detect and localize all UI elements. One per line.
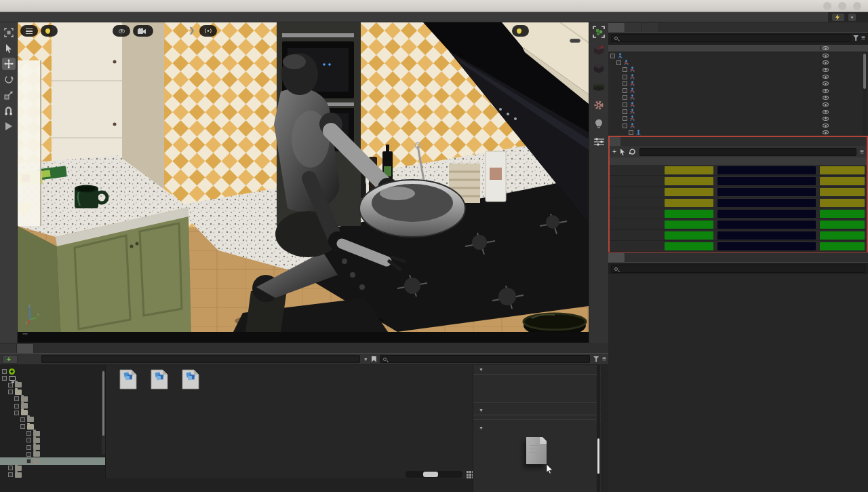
content-search-input[interactable] bbox=[380, 355, 590, 363]
upper-limit-value[interactable] bbox=[820, 210, 865, 218]
slider-handle[interactable] bbox=[423, 472, 438, 477]
set-lower-limit-button[interactable] bbox=[665, 177, 713, 185]
tab-console[interactable] bbox=[0, 344, 17, 353]
joint-position-slider[interactable] bbox=[717, 199, 816, 207]
joint-position-slider[interactable] bbox=[717, 210, 816, 218]
tab-stage[interactable] bbox=[608, 23, 625, 32]
content-path-field[interactable] bbox=[41, 355, 360, 363]
content-options-icon[interactable]: ≡ bbox=[602, 356, 606, 362]
stage-row[interactable] bbox=[608, 73, 868, 80]
eye-icon[interactable] bbox=[823, 124, 829, 128]
eye-icon[interactable] bbox=[823, 81, 829, 86]
lower-limit-value[interactable] bbox=[665, 242, 713, 250]
stage-row[interactable] bbox=[608, 80, 868, 87]
rotate-tool-icon[interactable] bbox=[2, 73, 16, 86]
tree-item[interactable] bbox=[0, 368, 105, 375]
lower-limit-value[interactable] bbox=[665, 221, 713, 229]
maximize-button[interactable] bbox=[838, 2, 846, 10]
tab-property[interactable] bbox=[608, 253, 625, 262]
stage-options-icon[interactable]: ≡ bbox=[861, 35, 865, 41]
stage-row[interactable] bbox=[608, 59, 868, 66]
upper-limit-value[interactable] bbox=[820, 242, 865, 250]
snap-tool-icon[interactable] bbox=[2, 105, 16, 117]
physics-inspector-tab[interactable] bbox=[610, 137, 620, 146]
stage-row[interactable] bbox=[608, 87, 868, 94]
set-lower-limit-button[interactable] bbox=[665, 199, 713, 207]
stage-row[interactable] bbox=[608, 67, 868, 73]
path-dropdown-caret[interactable]: ▼ bbox=[363, 357, 368, 362]
scale-tool-icon[interactable] bbox=[2, 89, 16, 101]
eye-icon[interactable] bbox=[823, 54, 829, 58]
render-settings-sliders-icon[interactable] bbox=[591, 135, 606, 149]
eye-icon[interactable] bbox=[823, 60, 829, 64]
tree-item[interactable] bbox=[0, 416, 105, 423]
close-button[interactable] bbox=[853, 2, 861, 10]
select-tool-icon[interactable] bbox=[2, 42, 16, 54]
stage-row[interactable] bbox=[608, 108, 868, 115]
joint-position-slider[interactable] bbox=[717, 188, 816, 196]
file-usd[interactable] bbox=[113, 369, 144, 390]
tab-render-settings[interactable] bbox=[642, 23, 659, 32]
cube-icon[interactable] bbox=[591, 62, 606, 75]
cube-error-icon[interactable] bbox=[591, 43, 606, 57]
upper-limit-value[interactable] bbox=[820, 231, 865, 240]
set-lower-limit-button[interactable] bbox=[665, 188, 713, 196]
stage-row[interactable] bbox=[608, 101, 868, 108]
minimize-button[interactable] bbox=[823, 2, 831, 10]
joint-position-slider[interactable] bbox=[717, 231, 816, 240]
physics-gear-icon[interactable] bbox=[591, 98, 606, 112]
cylinder-icon[interactable] bbox=[591, 80, 606, 94]
selection-set-icon[interactable] bbox=[591, 25, 606, 39]
play-button-icon[interactable] bbox=[2, 120, 16, 132]
usd-section-header[interactable]: ▼ bbox=[473, 365, 601, 375]
live-sync-button[interactable] bbox=[832, 14, 844, 21]
tab-content[interactable] bbox=[17, 344, 34, 353]
joint-position-slider[interactable] bbox=[717, 177, 816, 185]
tree-item[interactable] bbox=[0, 402, 105, 409]
eye-icon[interactable] bbox=[823, 130, 829, 134]
physics-signal-button[interactable] bbox=[199, 25, 217, 37]
tree-item[interactable] bbox=[0, 396, 105, 402]
upper-limit-value[interactable] bbox=[820, 221, 865, 229]
info-panel-scrollbar[interactable] bbox=[597, 365, 600, 492]
eye-icon[interactable] bbox=[823, 68, 829, 72]
physics-options-icon[interactable]: ≡ bbox=[860, 149, 864, 155]
joint-position-slider[interactable] bbox=[717, 221, 816, 229]
file-usd[interactable] bbox=[144, 369, 175, 390]
light-icon[interactable] bbox=[591, 117, 606, 130]
stage-lights-button[interactable] bbox=[512, 25, 529, 37]
stage-row[interactable] bbox=[608, 94, 868, 101]
eye-icon[interactable] bbox=[823, 96, 829, 100]
stage-row[interactable] bbox=[608, 115, 868, 122]
content-filter-icon[interactable] bbox=[593, 356, 599, 362]
set-upper-limit-button[interactable] bbox=[820, 166, 865, 174]
tree-item[interactable] bbox=[0, 430, 105, 437]
lower-limit-value[interactable] bbox=[665, 231, 713, 240]
renderer-selector[interactable] bbox=[41, 25, 58, 37]
file-information-section-header[interactable]: ▼ bbox=[473, 406, 601, 415]
joint-position-slider[interactable] bbox=[717, 166, 816, 174]
eye-icon[interactable] bbox=[823, 75, 829, 79]
stage-search-input[interactable] bbox=[611, 34, 850, 42]
eye-icon[interactable] bbox=[823, 117, 829, 121]
toolbar-overflow-chevron[interactable]: ❯ bbox=[189, 26, 195, 35]
tab-layer[interactable] bbox=[625, 23, 642, 32]
refresh-icon[interactable] bbox=[629, 148, 636, 155]
stage-row-world[interactable] bbox=[608, 52, 868, 59]
property-search-input[interactable] bbox=[611, 265, 865, 273]
eye-icon[interactable] bbox=[823, 102, 829, 107]
eye-icon[interactable] bbox=[823, 110, 829, 114]
tree-item[interactable] bbox=[0, 451, 105, 457]
joint-position-slider[interactable] bbox=[717, 242, 816, 250]
set-lower-limit-button[interactable] bbox=[665, 166, 713, 174]
live-dropdown-caret[interactable]: ▾ bbox=[848, 14, 856, 21]
icon-size-slider[interactable] bbox=[406, 471, 462, 478]
set-upper-limit-button[interactable] bbox=[820, 177, 865, 185]
eye-icon[interactable] bbox=[823, 89, 829, 93]
stage-row[interactable] bbox=[608, 122, 868, 129]
bookmark-icon[interactable] bbox=[372, 356, 376, 362]
tree-item[interactable] bbox=[0, 472, 105, 478]
tree-item[interactable] bbox=[0, 423, 105, 430]
set-upper-limit-button[interactable] bbox=[820, 188, 865, 196]
move-tool-icon[interactable] bbox=[2, 58, 16, 70]
